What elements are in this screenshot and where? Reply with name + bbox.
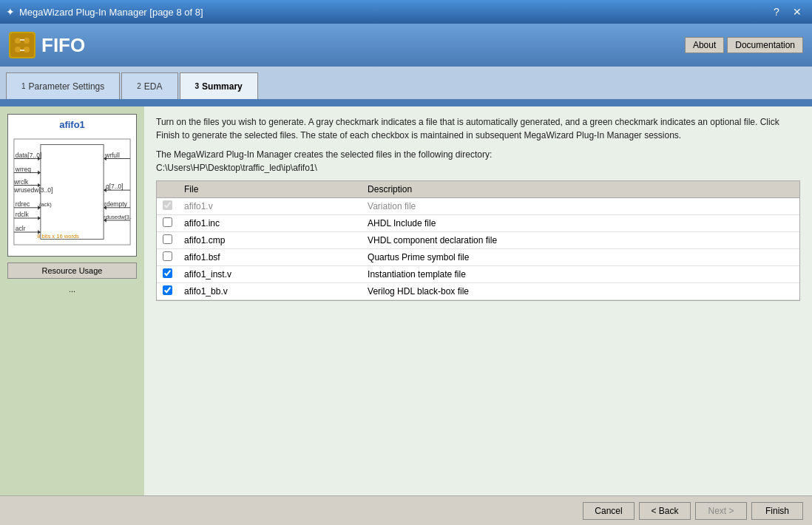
- bottom-bar: Cancel < Back Next > Finish: [0, 495, 812, 525]
- resource-usage-button[interactable]: Resource Usage: [7, 262, 137, 279]
- col-file: File: [178, 181, 362, 198]
- separator-bar: [0, 101, 812, 106]
- app-icon: ✦: [6, 6, 15, 18]
- file-checkbox-4[interactable]: [163, 268, 172, 278]
- svg-text:wrreq: wrreq: [15, 166, 32, 173]
- svg-text:data[7..0]: data[7..0]: [16, 152, 42, 159]
- left-panel: afifo1 data[7..0] wrfull: [0, 106, 144, 495]
- tab1-num: 1: [21, 82, 26, 90]
- file-description-cell: Quartus Prime symbol file: [362, 249, 799, 266]
- fifo-name: afifo1: [13, 119, 132, 130]
- tab1-label: Parameter Settings: [29, 81, 105, 92]
- tab3-num: 3: [195, 82, 200, 90]
- help-button[interactable]: ?: [768, 3, 785, 21]
- svg-text:rdempty: rdempty: [104, 200, 128, 208]
- file-name-cell: afifo1_inst.v: [178, 266, 362, 283]
- file-name-cell: afifo1.cmp: [178, 232, 362, 249]
- file-name-cell: afifo1.inc: [178, 215, 362, 232]
- table-row: afifo1_bb.vVerilog HDL black-box file: [157, 283, 799, 300]
- svg-text:wrclk: wrclk: [13, 178, 29, 186]
- header: FIFO About Documentation: [0, 24, 812, 67]
- svg-point-2: [24, 38, 30, 44]
- header-title: FIFO: [41, 34, 85, 57]
- col-description: Description: [362, 181, 799, 198]
- file-name-cell: afifo1.bsf: [178, 249, 362, 266]
- file-checkbox-0[interactable]: [163, 200, 172, 210]
- logo-icon: [9, 32, 35, 58]
- tab-summary[interactable]: 3 Summary: [180, 72, 258, 99]
- svg-rect-0: [10, 33, 34, 57]
- back-button[interactable]: < Back: [639, 502, 691, 520]
- svg-point-1: [15, 38, 21, 44]
- svg-text:aclr: aclr: [16, 225, 26, 232]
- header-logo: FIFO: [9, 32, 85, 58]
- svg-text:q[7..0]: q[7..0]: [106, 183, 124, 190]
- file-description-cell: VHDL component declaration file: [362, 232, 799, 249]
- svg-rect-6: [20, 50, 24, 51]
- svg-text:rdrec: rdrec: [16, 200, 30, 208]
- table-row: afifo1.vVariation file: [157, 198, 799, 215]
- file-table-container: File Description afifo1.vVariation filea…: [156, 180, 800, 301]
- file-description-cell: Verilog HDL black-box file: [362, 283, 799, 300]
- cancel-button[interactable]: Cancel: [583, 502, 635, 520]
- tab2-num: 2: [137, 82, 141, 90]
- next-button[interactable]: Next >: [695, 502, 747, 520]
- file-name-cell: afifo1.v: [178, 198, 362, 215]
- file-description-cell: Variation file: [362, 198, 799, 215]
- svg-text:rdclk: rdclk: [16, 211, 30, 218]
- file-checkbox-1[interactable]: [163, 217, 172, 227]
- table-row: afifo1.incAHDL Include file: [157, 215, 799, 232]
- table-row: afifo1.cmpVHDL component declaration fil…: [157, 232, 799, 249]
- resource-dots: ...: [7, 285, 137, 294]
- about-button[interactable]: About: [685, 37, 724, 53]
- file-checkbox-5[interactable]: [163, 285, 172, 295]
- directory-path: C:\Users\HP\Desktop\traffic_led\ip\afifo…: [156, 163, 800, 173]
- tab-parameter-settings[interactable]: 1 Parameter Settings: [6, 72, 120, 99]
- title-bar: ✦ MegaWizard Plug-In Manager [page 8 of …: [0, 0, 812, 24]
- svg-text:(ack): (ack): [39, 201, 52, 208]
- tab3-label: Summary: [202, 81, 243, 92]
- title-bar-controls: ? ✕: [768, 3, 806, 21]
- window-title: MegaWizard Plug-In Manager [page 8 of 8]: [19, 7, 203, 18]
- documentation-button[interactable]: Documentation: [727, 37, 803, 53]
- file-checkbox-3[interactable]: [163, 251, 172, 261]
- header-buttons: About Documentation: [685, 37, 803, 53]
- svg-text:8 bits x 16 words: 8 bits x 16 words: [37, 233, 79, 240]
- svg-point-4: [24, 47, 30, 52]
- svg-text:rdusedw[3..0]: rdusedw[3..0]: [104, 214, 132, 220]
- svg-point-3: [15, 47, 21, 52]
- description-text: Turn on the files you wish to generate. …: [156, 115, 800, 142]
- tab-eda[interactable]: 2 EDA: [121, 72, 177, 99]
- file-description-cell: Instantiation template file: [362, 266, 799, 283]
- finish-button[interactable]: Finish: [751, 502, 803, 520]
- title-bar-left: ✦ MegaWizard Plug-In Manager [page 8 of …: [6, 6, 203, 18]
- fifo-diagram: data[7..0] wrfull wrreq wrclk wrusedw[3.…: [13, 135, 132, 249]
- right-panel: Turn on the files you wish to generate. …: [144, 106, 812, 495]
- col-check: [157, 181, 178, 198]
- file-name-cell: afifo1_bb.v: [178, 283, 362, 300]
- tabs-bar: 1 Parameter Settings 2 EDA 3 Summary: [0, 67, 812, 101]
- close-button[interactable]: ✕: [788, 3, 806, 21]
- table-row: afifo1.bsfQuartus Prime symbol file: [157, 249, 799, 266]
- svg-text:wrfull: wrfull: [104, 152, 120, 159]
- fifo-box: afifo1 data[7..0] wrfull: [7, 114, 137, 257]
- file-checkbox-2[interactable]: [163, 234, 172, 244]
- svg-rect-5: [20, 39, 24, 41]
- directory-label: The MegaWizard Plug-In Manager creates t…: [156, 149, 800, 160]
- main-content: afifo1 data[7..0] wrfull: [0, 106, 812, 495]
- file-table: File Description afifo1.vVariation filea…: [157, 181, 799, 300]
- tab2-label: EDA: [144, 81, 163, 92]
- file-description-cell: AHDL Include file: [362, 215, 799, 232]
- table-row: afifo1_inst.vInstantiation template file: [157, 266, 799, 283]
- svg-text:wrusedw[3..0]: wrusedw[3..0]: [13, 186, 53, 194]
